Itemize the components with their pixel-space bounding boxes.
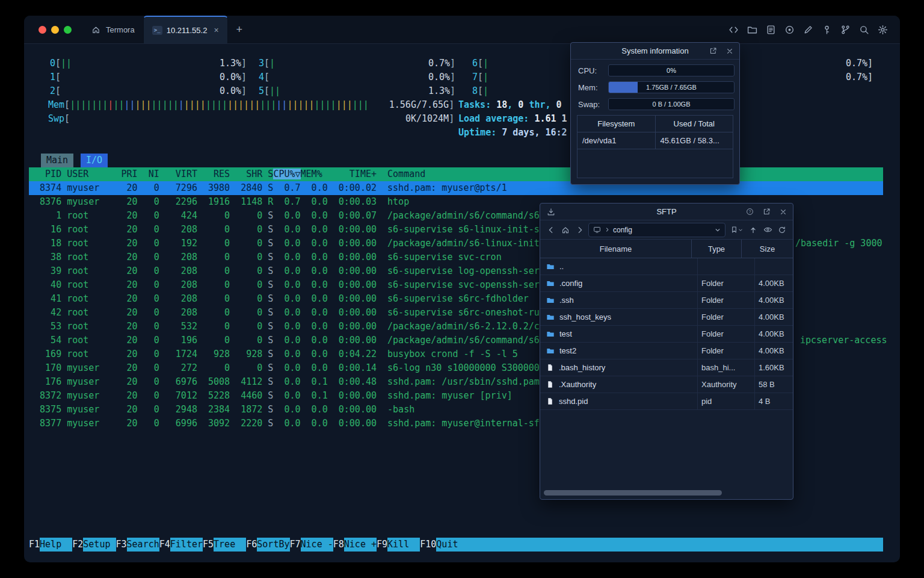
cpu-meters-row: 2[0.0%]5[||1.3%]8[|] xyxy=(29,84,883,98)
file-name: sshd.pid xyxy=(559,397,588,406)
file-row[interactable]: .XauthorityXauthority58 B xyxy=(540,376,793,393)
file-type: Folder xyxy=(697,326,754,342)
type-column-header[interactable]: Type xyxy=(691,240,741,258)
cpu-meter-3: 3[|0.7%] xyxy=(259,57,455,70)
close-tab-icon[interactable]: × xyxy=(214,25,218,35)
folder-icon[interactable] xyxy=(747,24,757,35)
fkey-action-kill[interactable]: Kill xyxy=(387,538,420,552)
refresh-icon[interactable] xyxy=(776,224,788,236)
record-icon[interactable] xyxy=(784,24,795,35)
fkey-action-help[interactable]: Help xyxy=(40,538,72,552)
fkey-action-nice-[interactable]: Nice - xyxy=(301,538,333,552)
htop-summary-text: Load average: 1.61 1 xyxy=(458,112,567,126)
chevron-right-icon xyxy=(604,227,610,233)
chevron-down-icon[interactable] xyxy=(714,226,721,234)
fkey-f2: F2 xyxy=(72,538,83,552)
parent-directory-icon[interactable] xyxy=(747,224,759,236)
back-icon[interactable] xyxy=(545,224,557,236)
window-controls xyxy=(24,16,81,43)
system-information-panel: System information CPU:0%Mem:1.75GB / 7.… xyxy=(570,42,740,185)
filename-column-header[interactable]: Filename xyxy=(540,240,691,258)
filesystem-row[interactable]: /dev/vda1 45.61GB / 58.3... xyxy=(578,132,733,149)
horizontal-scrollbar[interactable] xyxy=(540,490,793,496)
htop-tab-io[interactable]: I/O xyxy=(81,154,108,167)
pen-icon[interactable] xyxy=(802,24,813,35)
folder-icon xyxy=(546,279,555,288)
search-icon[interactable] xyxy=(858,24,869,35)
file-size: 4 B xyxy=(754,393,793,409)
minimize-window-button[interactable] xyxy=(51,26,59,34)
sysinfo-label: CPU: xyxy=(578,66,608,75)
cpu-meters-row: 1[0.0%]4[0.0%]7[|]0.7%] xyxy=(29,70,883,84)
sort-column-cpu[interactable]: CPU%▽ xyxy=(273,169,300,179)
fkey-f6: F6 xyxy=(246,538,257,552)
git-branch-icon[interactable] xyxy=(840,24,851,35)
fkey-f5: F5 xyxy=(203,538,214,552)
command-overflow-text: /basedir -g 3000 xyxy=(795,237,882,250)
code-icon[interactable] xyxy=(728,24,739,35)
forward-icon[interactable] xyxy=(574,224,586,236)
filesystem-used-total: 45.61GB / 58.3... xyxy=(655,132,733,149)
file-table-header: Filename Type Size xyxy=(540,240,793,258)
process-table-header: PID USER PRI NI VIRT RES SHR SCPU%▽MEM% … xyxy=(29,167,883,181)
file-row[interactable]: ssh_host_keysFolder4.00KB xyxy=(540,309,793,326)
fkey-action-nice-[interactable]: Nice + xyxy=(344,538,377,552)
size-column-header[interactable]: Size xyxy=(741,240,793,258)
folder-icon xyxy=(546,263,555,271)
open-in-window-icon[interactable] xyxy=(707,45,719,57)
process-row[interactable]: 8374 myuser 20 0 7296 3980 2840 S 0.7 0.… xyxy=(29,181,883,195)
scrollbar-thumb[interactable] xyxy=(544,490,722,496)
file-row[interactable]: sshd.pidpid4 B xyxy=(540,393,793,410)
file-name: test2 xyxy=(559,346,576,355)
sysinfo-row-cpu: CPU:0% xyxy=(578,64,735,76)
tab-termora-home[interactable]: Termora xyxy=(81,16,143,43)
help-icon[interactable]: ? xyxy=(744,206,756,218)
file-row[interactable]: testFolder4.00KB xyxy=(540,326,793,343)
htop-summary-text: Tasks: 18, 0 thr, 0 xyxy=(458,98,567,112)
file-name: .bash_history xyxy=(559,363,605,372)
file-icon xyxy=(546,397,554,405)
file-row[interactable]: .configFolder4.00KB xyxy=(540,275,793,292)
sysinfo-row-swap: Swap:0 B / 1.00GB xyxy=(578,98,735,110)
file-row[interactable]: test2Folder4.00KB xyxy=(540,343,793,359)
cpu-meters-row: 0[||1.3%]3[|0.7%]6[|]0.7%] xyxy=(29,57,883,70)
open-in-window-icon[interactable] xyxy=(760,206,772,218)
fkey-action-tree[interactable]: Tree xyxy=(214,538,246,552)
close-panel-icon[interactable] xyxy=(777,206,789,218)
tab-ssh-session[interactable]: >_ 10.211.55.2 × xyxy=(143,16,228,43)
htop-tab-main[interactable]: Main xyxy=(41,154,73,167)
new-tab-button[interactable]: + xyxy=(228,16,251,43)
file-row[interactable]: .bash_historybash_hi...1.60KB xyxy=(540,359,793,376)
uptime-row: Uptime: 7 days, 16:2 xyxy=(29,126,883,140)
sftp-header: SFTP ? xyxy=(540,204,793,220)
fkey-action-setup[interactable]: Setup xyxy=(83,538,116,552)
folder-icon xyxy=(546,296,555,305)
filesystem-table: Filesystem Used / Total /dev/vda1 45.61G… xyxy=(577,115,733,178)
gear-icon[interactable] xyxy=(877,24,888,35)
file-row[interactable]: .sshFolder4.00KB xyxy=(540,292,793,309)
fkey-action-filter[interactable]: Filter xyxy=(170,538,203,552)
system-information-title: System information xyxy=(621,46,688,55)
file-size: 4.00KB xyxy=(754,343,793,359)
sysinfo-row-mem: Mem:1.75GB / 7.65GB xyxy=(578,81,735,93)
cpu-meter-overflow: 0.7%] xyxy=(846,57,873,70)
show-hidden-files-icon[interactable] xyxy=(762,224,774,236)
path-breadcrumb[interactable]: config xyxy=(588,223,725,237)
file-type xyxy=(697,258,754,275)
fkey-action-sortby[interactable]: SortBy xyxy=(257,538,289,552)
close-window-button[interactable] xyxy=(38,26,46,34)
file-list-icon[interactable] xyxy=(765,24,776,35)
transfers-icon[interactable] xyxy=(545,206,557,218)
fkey-action-quit[interactable]: Quit xyxy=(436,538,469,552)
key-icon[interactable] xyxy=(821,24,832,35)
home-icon[interactable] xyxy=(559,224,571,236)
maximize-window-button[interactable] xyxy=(64,26,72,34)
memory-meter-row: Mem[||||||||||||||||||||||||||||||||||||… xyxy=(29,98,883,112)
file-type: Folder xyxy=(697,292,754,308)
fkey-action-search[interactable]: Search xyxy=(127,538,159,552)
file-row[interactable]: .. xyxy=(540,258,793,275)
swap-meter-row: Swp[0K/1024M]Load average: 1.61 1 xyxy=(29,112,883,126)
bookmarks-icon[interactable] xyxy=(728,224,745,236)
file-type: Folder xyxy=(697,309,754,325)
close-panel-icon[interactable] xyxy=(724,45,736,57)
